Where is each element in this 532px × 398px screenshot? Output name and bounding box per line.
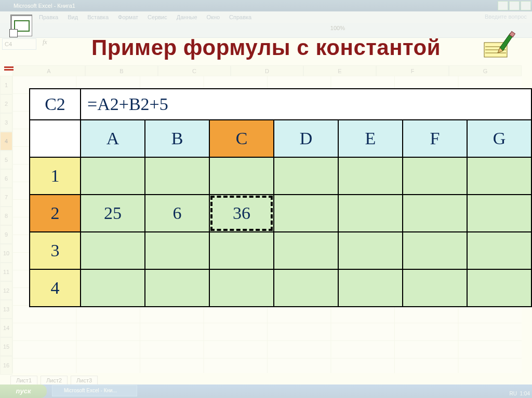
cell-F2 [403, 195, 467, 232]
pencil-notepad-icon [482, 30, 515, 59]
cell-D4 [274, 269, 338, 307]
cell-D1 [274, 157, 338, 195]
cell-B1 [145, 157, 209, 195]
bg-zoom: 100% [330, 25, 345, 31]
cell-A1 [81, 157, 145, 195]
bg-sheet-tabs: Лист1Лист2Лист3 [10, 376, 98, 385]
bg-taskbar: пуск Microsoft Excel - Кни... RU 1:04 [0, 385, 532, 398]
col-head-B: B [145, 120, 209, 157]
cell-G1 [467, 157, 531, 195]
cell-B3 [145, 232, 209, 269]
formula-text: =A2+B2+5 [81, 89, 531, 120]
row-head-2: 2 [30, 195, 81, 232]
cell-F4 [403, 269, 467, 307]
cell-B2: 6 [145, 195, 209, 232]
table-corner [30, 120, 81, 157]
row-head-1: 1 [30, 157, 81, 195]
cell-C1 [209, 157, 274, 195]
row-head-3: 3 [30, 232, 81, 269]
cell-F3 [403, 232, 467, 269]
cell-D3 [274, 232, 338, 269]
bg-window-buttons [498, 1, 531, 10]
cell-F1 [403, 157, 467, 195]
cell-C3 [209, 232, 274, 269]
formula-cell-ref: C2 [30, 89, 81, 120]
title-divider [4, 66, 528, 71]
cell-G3 [467, 232, 531, 269]
cell-E1 [338, 157, 403, 195]
bg-row-headers: 123 456 789 101112 131415 16 [0, 76, 12, 375]
cell-D2 [274, 195, 338, 232]
bg-menubar: ФайлПравка ВидВставка ФорматСервис Данны… [0, 11, 532, 23]
cell-G4 [467, 269, 531, 307]
cell-A4 [81, 269, 145, 307]
cell-E3 [338, 232, 403, 269]
col-head-A: A [81, 120, 145, 157]
col-head-E: E [338, 120, 403, 157]
col-head-D: D [274, 120, 338, 157]
col-head-G: G [467, 120, 531, 157]
bg-title: Microsoft Excel - Книга1 [14, 3, 75, 9]
slide-title: Пример формулы с константой [0, 35, 532, 60]
row-head-4: 4 [30, 269, 81, 307]
excel-shortcut-icon: ↗ [10, 15, 32, 36]
cell-E4 [338, 269, 403, 307]
bg-tray: RU 1:04 [510, 391, 530, 396]
example-table: C2 =A2+B2+5 A B C D E F G 1 2 25 6 36 3 [29, 88, 532, 307]
cell-C2: 36 [209, 195, 274, 232]
bg-ask-box: Введите вопрос [485, 13, 527, 20]
cell-G2 [467, 195, 531, 232]
cell-A3 [81, 232, 145, 269]
col-head-F: F [403, 120, 467, 157]
cell-A2: 25 [81, 195, 145, 232]
cell-E2 [338, 195, 403, 232]
cell-B4 [145, 269, 209, 307]
bg-task-button: Microsoft Excel - Кни... [52, 385, 137, 396]
cell-C4 [209, 269, 274, 307]
bg-start-button: пуск [0, 385, 47, 398]
col-head-C: C [209, 120, 274, 157]
bg-titlebar: Microsoft Excel - Книга1 [0, 0, 532, 11]
